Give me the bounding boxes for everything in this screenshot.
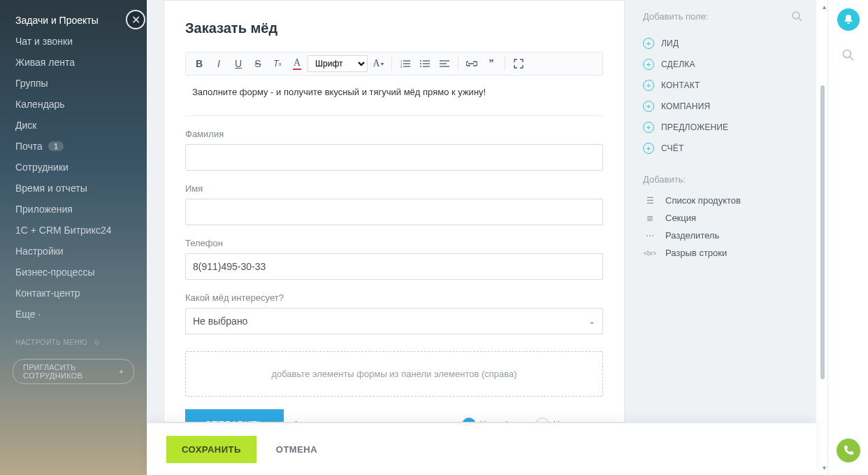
palette-tool-label: Секция	[665, 213, 696, 223]
palette-entity-label: КОНТАКТ	[661, 80, 700, 90]
section-icon: ≣	[643, 213, 657, 223]
form-editor-card: Заказать мёд B I U S Tx A Шрифт A▾ 123	[164, 0, 625, 423]
scroll-up-icon[interactable]: ▴	[823, 3, 826, 10]
palette-entity-quote[interactable]: +ПРЕДЛОЖЕНИЕ	[643, 117, 802, 138]
palette-tool-divider[interactable]: ⋯Разделитель	[643, 227, 802, 244]
align-button[interactable]	[435, 55, 454, 72]
palette-tool-label: Список продуктов	[665, 195, 741, 206]
sidebar-item-time[interactable]: Время и отчеты	[0, 178, 147, 199]
link-button[interactable]	[463, 55, 481, 72]
bold-button[interactable]: B	[190, 55, 208, 72]
call-button[interactable]	[837, 439, 860, 462]
cancel-button[interactable]: ОТМЕНА	[276, 444, 317, 455]
text-color-radio[interactable]: Цвет текста	[535, 418, 603, 423]
italic-button[interactable]: I	[210, 55, 228, 72]
rail-search-button[interactable]	[837, 43, 860, 66]
plus-icon: +	[119, 367, 124, 376]
lastname-input[interactable]	[185, 144, 603, 171]
bg-color-radio[interactable]: Цвет фона	[462, 418, 526, 423]
quote-button[interactable]: ”	[482, 55, 500, 72]
invite-employees-button[interactable]: ПРИГЛАСИТЬ СОТРУДНИКОВ +	[13, 359, 134, 384]
palette-entity-contact[interactable]: +КОНТАКТ	[643, 75, 802, 96]
sidebar-item-label: Живая лента	[15, 57, 75, 68]
phone-input[interactable]	[185, 253, 603, 280]
clear-format-button[interactable]: Tx	[268, 55, 287, 72]
sidebar-item-label: Задачи и Проекты	[15, 15, 99, 26]
color-controls: Цвет фона Цвет текста	[462, 418, 603, 423]
submit-button[interactable]: ОТПРАВИТЬ	[185, 409, 284, 423]
underline-button[interactable]: U	[229, 55, 247, 72]
strike-button[interactable]: S	[249, 55, 267, 72]
ordered-list-button[interactable]: 123	[396, 55, 414, 72]
sidebar-item-label: Настройки	[15, 246, 64, 257]
field-palette: Добавить поле: +ЛИД +СДЕЛКА +КОНТАКТ +КО…	[636, 0, 816, 423]
sidebar-item-disk[interactable]: Диск	[0, 115, 147, 136]
palette-search-row: Добавить поле:	[643, 11, 802, 22]
sidebar-item-employees[interactable]: Сотрудники	[0, 157, 147, 178]
firstname-label: Имя	[185, 183, 603, 194]
close-sidebar-button[interactable]: ✕	[126, 10, 145, 29]
radio-dot-icon	[462, 418, 476, 423]
palette-tool-label: Разделитель	[665, 230, 719, 241]
bell-icon	[843, 14, 854, 25]
sidebar-item-label: Диск	[15, 120, 36, 131]
sidebar-item-mail[interactable]: Почта1	[0, 136, 147, 157]
svg-point-15	[793, 12, 800, 19]
close-icon: ✕	[131, 13, 140, 27]
configure-menu-label: НАСТРОИТЬ МЕНЮ	[15, 339, 87, 346]
invite-label: ПРИГЛАСИТЬ СОТРУДНИКОВ	[23, 363, 113, 380]
sidebar-item-label: Время и отчеты	[15, 183, 87, 194]
sidebar-item-apps[interactable]: Приложения	[0, 199, 147, 220]
palette-entity-company[interactable]: +КОМПАНИЯ	[643, 96, 802, 117]
search-icon[interactable]	[792, 11, 802, 22]
page-scrollbar[interactable]: ▴ ▾	[819, 3, 826, 472]
sidebar-item-bp[interactable]: Бизнес-процессы	[0, 262, 147, 283]
sidebar-item-settings[interactable]: Настройки	[0, 241, 147, 262]
honey-select[interactable]: Не выбрано ⌄	[185, 308, 603, 334]
font-select[interactable]: Шрифт	[308, 55, 368, 72]
sidebar-item-label: Почта	[15, 141, 43, 152]
form-title[interactable]: Заказать мёд	[185, 20, 603, 36]
sidebar-item-tasks[interactable]: Задачи и Проекты	[0, 10, 147, 31]
form-description[interactable]: Заполните форму - и получите вкусный и т…	[185, 83, 603, 110]
palette-tool-products[interactable]: ☰Список продуктов	[643, 192, 802, 209]
sidebar-item-chat[interactable]: Чат и звонки	[0, 31, 147, 52]
palette-tool-linebreak[interactable]: <br>Разрыв строки	[643, 244, 802, 262]
scroll-down-icon[interactable]: ▾	[823, 464, 826, 472]
sidebar-item-contact-center[interactable]: Контакт-центр	[0, 283, 147, 304]
svg-line-18	[851, 57, 854, 60]
select-value: Не выбрано	[193, 316, 247, 327]
palette-entity-label: КОМПАНИЯ	[661, 101, 710, 111]
palette-entity-label: СЧЁТ	[661, 143, 683, 153]
configure-menu[interactable]: НАСТРОИТЬ МЕНЮ ⚙	[0, 325, 147, 350]
sidebar-item-feed[interactable]: Живая лента	[0, 52, 147, 73]
scroll-thumb[interactable]	[820, 85, 825, 379]
form-dropzone[interactable]: добавьте элементы формы из панели элемен…	[185, 351, 603, 397]
svg-point-17	[844, 50, 851, 57]
text-color-button[interactable]: A	[288, 55, 306, 72]
unordered-list-button[interactable]	[416, 55, 434, 72]
main-area: Заказать мёд B I U S Tx A Шрифт A▾ 123	[147, 0, 816, 423]
sidebar-item-more[interactable]: Еще ·	[0, 304, 147, 325]
palette-entity-label: ЛИД	[661, 38, 679, 48]
dots-icon: ⋯	[643, 231, 657, 241]
sidebar-item-label: Контакт-центр	[15, 288, 80, 299]
sidebar-item-label: Чат и звонки	[15, 36, 73, 47]
bottom-action-bar: СОХРАНИТЬ ОТМЕНА	[147, 423, 816, 475]
notifications-button[interactable]	[837, 8, 860, 31]
toolbar-separator	[458, 57, 458, 71]
sidebar-item-groups[interactable]: Группы	[0, 73, 147, 94]
palette-tool-section[interactable]: ≣Секция	[643, 209, 802, 227]
sidebar-item-calendar[interactable]: Календарь	[0, 94, 147, 115]
sidebar-item-crm[interactable]: 1C + CRM Битрикс24	[0, 220, 147, 241]
fullscreen-button[interactable]	[509, 55, 528, 72]
font-size-button[interactable]: A▾	[369, 55, 387, 72]
phone-label: Телефон	[185, 238, 603, 248]
save-button[interactable]: СОХРАНИТЬ	[166, 436, 256, 463]
plus-circle-icon: +	[643, 143, 654, 154]
palette-entity-lead[interactable]: +ЛИД	[643, 33, 802, 54]
palette-entity-deal[interactable]: +СДЕЛКА	[643, 54, 802, 75]
palette-entity-invoice[interactable]: +СЧЁТ	[643, 138, 802, 159]
firstname-input[interactable]	[185, 199, 603, 225]
sidebar-item-label: 1C + CRM Битрикс24	[15, 225, 112, 236]
